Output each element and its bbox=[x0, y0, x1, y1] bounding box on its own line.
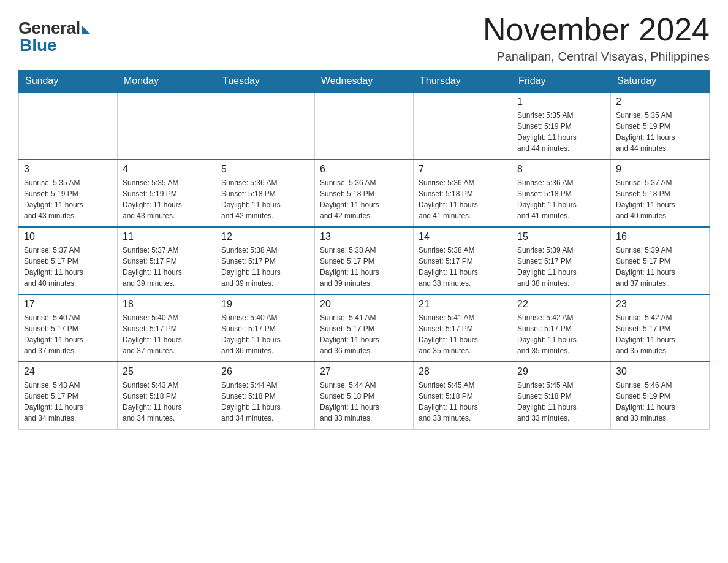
month-title: November 2024 bbox=[483, 12, 710, 47]
calendar-cell: 6Sunrise: 5:36 AMSunset: 5:18 PMDaylight… bbox=[315, 159, 414, 227]
calendar-cell: 17Sunrise: 5:40 AMSunset: 5:17 PMDayligh… bbox=[19, 294, 118, 362]
day-number: 12 bbox=[221, 231, 309, 242]
title-section: November 2024 Panalipan, Central Visayas… bbox=[483, 12, 710, 64]
day-info: Sunrise: 5:44 AMSunset: 5:18 PMDaylight:… bbox=[221, 380, 309, 424]
day-info: Sunrise: 5:37 AMSunset: 5:17 PMDaylight:… bbox=[24, 245, 112, 289]
day-number: 1 bbox=[517, 96, 605, 107]
day-info: Sunrise: 5:44 AMSunset: 5:18 PMDaylight:… bbox=[320, 380, 408, 424]
day-number: 8 bbox=[517, 164, 605, 175]
day-info: Sunrise: 5:45 AMSunset: 5:18 PMDaylight:… bbox=[419, 380, 507, 424]
calendar-header-saturday: Saturday bbox=[611, 71, 710, 93]
day-number: 26 bbox=[221, 366, 309, 377]
calendar-cell: 2Sunrise: 5:35 AMSunset: 5:19 PMDaylight… bbox=[611, 92, 710, 159]
day-info: Sunrise: 5:35 AMSunset: 5:19 PMDaylight:… bbox=[123, 177, 211, 221]
calendar-cell: 18Sunrise: 5:40 AMSunset: 5:17 PMDayligh… bbox=[118, 294, 216, 362]
calendar-cell: 11Sunrise: 5:37 AMSunset: 5:17 PMDayligh… bbox=[118, 227, 216, 294]
calendar-header-friday: Friday bbox=[512, 71, 611, 93]
day-info: Sunrise: 5:46 AMSunset: 5:19 PMDaylight:… bbox=[616, 380, 704, 424]
calendar-cell: 28Sunrise: 5:45 AMSunset: 5:18 PMDayligh… bbox=[414, 362, 512, 429]
day-number: 4 bbox=[123, 164, 211, 175]
day-info: Sunrise: 5:36 AMSunset: 5:18 PMDaylight:… bbox=[419, 177, 507, 221]
day-info: Sunrise: 5:45 AMSunset: 5:18 PMDaylight:… bbox=[517, 380, 605, 424]
day-info: Sunrise: 5:39 AMSunset: 5:17 PMDaylight:… bbox=[517, 245, 605, 289]
calendar-cell: 14Sunrise: 5:38 AMSunset: 5:17 PMDayligh… bbox=[414, 227, 512, 294]
day-info: Sunrise: 5:43 AMSunset: 5:18 PMDaylight:… bbox=[123, 380, 211, 424]
day-number: 15 bbox=[517, 231, 605, 242]
logo-blue-text: Blue bbox=[18, 36, 57, 55]
day-info: Sunrise: 5:35 AMSunset: 5:19 PMDaylight:… bbox=[24, 177, 112, 221]
calendar-header-monday: Monday bbox=[118, 71, 216, 93]
day-info: Sunrise: 5:40 AMSunset: 5:17 PMDaylight:… bbox=[123, 312, 211, 356]
day-number: 17 bbox=[24, 299, 112, 310]
calendar-cell: 22Sunrise: 5:42 AMSunset: 5:17 PMDayligh… bbox=[512, 294, 611, 362]
day-number: 2 bbox=[616, 96, 704, 107]
day-info: Sunrise: 5:38 AMSunset: 5:17 PMDaylight:… bbox=[221, 245, 309, 289]
day-info: Sunrise: 5:42 AMSunset: 5:17 PMDaylight:… bbox=[517, 312, 605, 356]
day-info: Sunrise: 5:35 AMSunset: 5:19 PMDaylight:… bbox=[616, 110, 704, 154]
day-info: Sunrise: 5:38 AMSunset: 5:17 PMDaylight:… bbox=[419, 245, 507, 289]
day-info: Sunrise: 5:41 AMSunset: 5:17 PMDaylight:… bbox=[320, 312, 408, 356]
day-number: 14 bbox=[419, 231, 507, 242]
day-number: 5 bbox=[221, 164, 309, 175]
day-info: Sunrise: 5:41 AMSunset: 5:17 PMDaylight:… bbox=[419, 312, 507, 356]
day-number: 11 bbox=[123, 231, 211, 242]
day-number: 10 bbox=[24, 231, 112, 242]
calendar-cell: 19Sunrise: 5:40 AMSunset: 5:17 PMDayligh… bbox=[216, 294, 315, 362]
day-info: Sunrise: 5:37 AMSunset: 5:17 PMDaylight:… bbox=[123, 245, 211, 289]
day-info: Sunrise: 5:40 AMSunset: 5:17 PMDaylight:… bbox=[221, 312, 309, 356]
calendar-header-row: SundayMondayTuesdayWednesdayThursdayFrid… bbox=[19, 71, 710, 93]
day-number: 13 bbox=[320, 231, 408, 242]
calendar-cell bbox=[216, 92, 315, 159]
calendar-cell: 24Sunrise: 5:43 AMSunset: 5:17 PMDayligh… bbox=[19, 362, 118, 429]
day-number: 19 bbox=[221, 299, 309, 310]
week-row-3: 10Sunrise: 5:37 AMSunset: 5:17 PMDayligh… bbox=[19, 227, 710, 294]
calendar-cell: 8Sunrise: 5:36 AMSunset: 5:18 PMDaylight… bbox=[512, 159, 611, 227]
calendar-cell: 4Sunrise: 5:35 AMSunset: 5:19 PMDaylight… bbox=[118, 159, 216, 227]
day-info: Sunrise: 5:39 AMSunset: 5:17 PMDaylight:… bbox=[616, 245, 704, 289]
calendar-cell: 15Sunrise: 5:39 AMSunset: 5:17 PMDayligh… bbox=[512, 227, 611, 294]
day-number: 29 bbox=[517, 366, 605, 377]
calendar-cell: 9Sunrise: 5:37 AMSunset: 5:18 PMDaylight… bbox=[611, 159, 710, 227]
day-info: Sunrise: 5:42 AMSunset: 5:17 PMDaylight:… bbox=[616, 312, 704, 356]
calendar-cell: 26Sunrise: 5:44 AMSunset: 5:18 PMDayligh… bbox=[216, 362, 315, 429]
day-info: Sunrise: 5:40 AMSunset: 5:17 PMDaylight:… bbox=[24, 312, 112, 356]
calendar-cell: 25Sunrise: 5:43 AMSunset: 5:18 PMDayligh… bbox=[118, 362, 216, 429]
calendar-header-tuesday: Tuesday bbox=[216, 71, 315, 93]
day-number: 18 bbox=[123, 299, 211, 310]
calendar-cell: 29Sunrise: 5:45 AMSunset: 5:18 PMDayligh… bbox=[512, 362, 611, 429]
calendar-header-thursday: Thursday bbox=[414, 71, 512, 93]
calendar-header-wednesday: Wednesday bbox=[315, 71, 414, 93]
calendar-cell: 7Sunrise: 5:36 AMSunset: 5:18 PMDaylight… bbox=[414, 159, 512, 227]
calendar-cell: 5Sunrise: 5:36 AMSunset: 5:18 PMDaylight… bbox=[216, 159, 315, 227]
calendar-cell: 12Sunrise: 5:38 AMSunset: 5:17 PMDayligh… bbox=[216, 227, 315, 294]
calendar-cell: 23Sunrise: 5:42 AMSunset: 5:17 PMDayligh… bbox=[611, 294, 710, 362]
week-row-4: 17Sunrise: 5:40 AMSunset: 5:17 PMDayligh… bbox=[19, 294, 710, 362]
calendar-cell: 13Sunrise: 5:38 AMSunset: 5:17 PMDayligh… bbox=[315, 227, 414, 294]
day-number: 25 bbox=[123, 366, 211, 377]
calendar-cell bbox=[19, 92, 118, 159]
calendar-header-sunday: Sunday bbox=[19, 71, 118, 93]
calendar-cell: 16Sunrise: 5:39 AMSunset: 5:17 PMDayligh… bbox=[611, 227, 710, 294]
day-number: 21 bbox=[419, 299, 507, 310]
day-number: 6 bbox=[320, 164, 408, 175]
calendar-cell bbox=[414, 92, 512, 159]
logo-triangle-icon bbox=[82, 25, 90, 34]
day-info: Sunrise: 5:36 AMSunset: 5:18 PMDaylight:… bbox=[517, 177, 605, 221]
calendar-cell: 20Sunrise: 5:41 AMSunset: 5:17 PMDayligh… bbox=[315, 294, 414, 362]
day-number: 16 bbox=[616, 231, 704, 242]
week-row-5: 24Sunrise: 5:43 AMSunset: 5:17 PMDayligh… bbox=[19, 362, 710, 429]
day-info: Sunrise: 5:37 AMSunset: 5:18 PMDaylight:… bbox=[616, 177, 704, 221]
day-info: Sunrise: 5:36 AMSunset: 5:18 PMDaylight:… bbox=[221, 177, 309, 221]
day-number: 24 bbox=[24, 366, 112, 377]
calendar-cell bbox=[315, 92, 414, 159]
week-row-1: 1Sunrise: 5:35 AMSunset: 5:19 PMDaylight… bbox=[19, 92, 710, 159]
day-info: Sunrise: 5:35 AMSunset: 5:19 PMDaylight:… bbox=[517, 110, 605, 154]
day-number: 27 bbox=[320, 366, 408, 377]
logo: General Blue bbox=[18, 12, 90, 55]
day-info: Sunrise: 5:38 AMSunset: 5:17 PMDaylight:… bbox=[320, 245, 408, 289]
calendar-cell bbox=[118, 92, 216, 159]
calendar-cell: 10Sunrise: 5:37 AMSunset: 5:17 PMDayligh… bbox=[19, 227, 118, 294]
day-info: Sunrise: 5:43 AMSunset: 5:17 PMDaylight:… bbox=[24, 380, 112, 424]
day-number: 9 bbox=[616, 164, 704, 175]
day-number: 28 bbox=[419, 366, 507, 377]
